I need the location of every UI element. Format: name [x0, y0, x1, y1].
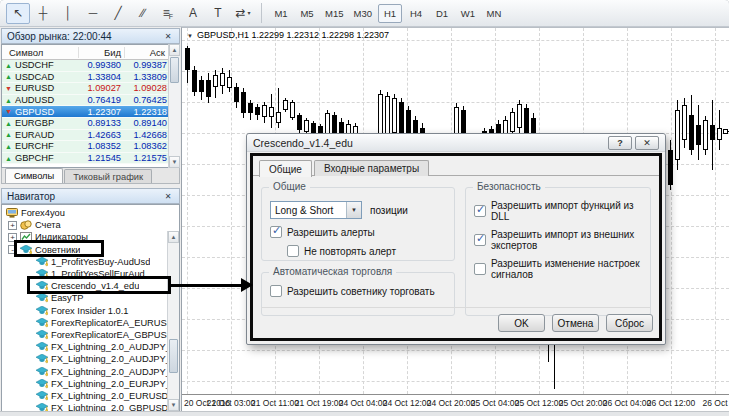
timeframe-m15-button[interactable]: M15 [321, 4, 347, 23]
scroll-down-icon[interactable] [169, 156, 180, 168]
tool-trendline-icon[interactable]: ╱ [106, 3, 130, 24]
candle-body [269, 107, 274, 117]
scrollbar-thumb[interactable] [169, 339, 178, 373]
candle-body [199, 80, 204, 92]
fibo-sub-label: F [169, 13, 173, 20]
tree-item-forexreplicatorea-gbpusd[interactable]: ForexReplicatorEA_GBPUSD [2, 329, 179, 341]
tab-tick-chart[interactable]: Тиковый график [64, 169, 152, 183]
scroll-up-icon[interactable] [168, 231, 179, 243]
candle-body [234, 87, 239, 102]
market-row-eurchf[interactable]: ▲EURCHF1.083521.08362 [2, 141, 179, 153]
reset-button[interactable]: Сброс [606, 314, 653, 332]
market-row-gbpchf[interactable]: ▲GBPCHF1.215451.21575 [2, 153, 179, 165]
tool-horizontal-line-icon[interactable]: ─ [81, 3, 105, 24]
tree-item-1-profityesbuy-audusd[interactable]: 1_ProfitYesBuy-AudUsd [2, 256, 179, 268]
chevron-down-icon: ▾ [248, 10, 251, 16]
bid-cell: 1.21545 [78, 153, 124, 163]
ask-cell: 1.08362 [124, 141, 170, 151]
checkbox-row: Разрешить алерты [270, 226, 446, 238]
group-auto-checks: Разрешить советнику торговать [270, 285, 446, 297]
dialog-tab-common[interactable]: Общие [259, 160, 312, 177]
checkbox-unchecked[interactable] [287, 245, 299, 257]
market-row-eurgbp[interactable]: ▲EURGBP0.891330.89140 [2, 118, 179, 130]
market-row-eurusd[interactable]: ▼EURUSD1.090271.09028 [2, 83, 179, 95]
tree-item-fx-lightning-2-0-eurjpy-m15-v[interactable]: FX_Lightning_2.0_EURJPY_M15_V [2, 378, 179, 390]
column-ask[interactable]: Аск [124, 47, 168, 58]
checkbox-checked[interactable] [270, 226, 282, 238]
help-icon[interactable] [608, 136, 632, 150]
close-icon[interactable] [635, 136, 659, 150]
market-watch-scrollbar[interactable] [168, 44, 180, 168]
market-row-euraud[interactable]: ▲EURAUD1.426631.42668 [2, 130, 179, 142]
candle-body [311, 123, 316, 133]
tool-arrow-tools-icon[interactable]: ⇄▾ [231, 3, 255, 24]
tool-fibonacci-icon[interactable]: ≡F [156, 3, 180, 24]
tool-cursor-icon[interactable]: ↖ [6, 3, 30, 24]
timeframe-h4-button[interactable]: H4 [404, 4, 428, 23]
positions-dropdown[interactable]: Long & Short [270, 201, 362, 219]
dialog-tab-inputs[interactable]: Входные параметры [314, 160, 429, 176]
chart-dropdown-icon[interactable] [187, 30, 193, 40]
market-watch-title: Обзор рынка: 22:00:44 [7, 31, 112, 42]
expert-settings-dialog: Crescendo_v1.4_edu ОбщиеВходные параметр… [246, 133, 666, 345]
cancel-button[interactable]: Отмена [552, 314, 599, 332]
tree-item-fx-lightning-2-0-audjpy-h1-v[interactable]: FX_Lightning_2.0_AUDJPY_H1_V [2, 341, 179, 353]
timeframe-d1-button[interactable]: D1 [430, 4, 454, 23]
tree-item-label: Forex Insider 1.0.1 [51, 306, 129, 316]
market-row-audusd[interactable]: ▲AUDUSD0.764190.76425 [2, 95, 179, 107]
tool-text-label-icon[interactable]: T [206, 3, 230, 24]
expand-plus-icon[interactable]: + [8, 221, 17, 230]
close-icon[interactable] [162, 30, 174, 42]
navigator-scrollbar[interactable] [167, 231, 179, 411]
checkbox-checked[interactable] [474, 234, 486, 246]
market-watch-rows: ▲USDCHF0.993800.99387▲USDCAD1.338041.338… [2, 60, 179, 164]
annotation-arrow-line [171, 284, 241, 287]
timeframe-m1-button[interactable]: M1 [269, 4, 293, 23]
tree-item-fx-lightning-2-0-eurusd-h1-v[interactable]: FX_Lightning_2.0_EURUSD_H1_V [2, 390, 179, 402]
tree-item-forex-insider-1-0-1[interactable]: Forex Insider 1.0.1 [2, 305, 179, 317]
dialog-titlebar[interactable]: Crescendo_v1.4_edu [247, 134, 665, 152]
timeframe-m5-button[interactable]: M5 [295, 4, 319, 23]
tool-text-icon[interactable]: A [181, 3, 205, 24]
checkbox-row: Разрешить импорт функций из DLL [474, 200, 642, 222]
candle-body [668, 150, 673, 185]
up-arrow-icon: ▲ [5, 97, 12, 104]
tool-crosshair-icon[interactable]: ┼ [31, 3, 55, 24]
tree-item-easytp[interactable]: EasyTP [2, 292, 179, 304]
tool-equidistant-channel-icon[interactable]: ∕∕ [131, 3, 155, 24]
scroll-up-icon[interactable] [169, 44, 180, 56]
scroll-down-icon[interactable] [168, 399, 179, 411]
tree-item-label: Forex4you [21, 208, 65, 218]
checkbox-checked[interactable] [474, 205, 486, 217]
bid-cell: 1.33804 [78, 72, 124, 82]
tool-vertical-line-icon[interactable]: │ [56, 3, 80, 24]
candle-body [392, 98, 397, 133]
tab-symbols[interactable]: Символы [5, 168, 63, 183]
timeframe-m30-button[interactable]: M30 [349, 4, 375, 23]
candle-body [255, 107, 260, 115]
timeframe-mn-button[interactable]: MN [482, 4, 506, 23]
ask-cell: 1.09028 [124, 83, 170, 93]
symbol-label: USDCAD [15, 72, 54, 82]
column-symbol[interactable]: Символ [2, 47, 78, 58]
tree-item-fx-lightning-2-0-audjpy-m15-[interactable]: FX_Lightning_2.0_AUDJPY_M15_ [2, 365, 179, 377]
timeframe-h1-button[interactable]: H1 [378, 4, 402, 23]
close-icon[interactable] [162, 190, 174, 202]
candle-body [524, 108, 529, 134]
market-row-usdchf[interactable]: ▲USDCHF0.993800.99387 [2, 60, 179, 72]
scrollbar-thumb[interactable] [170, 57, 179, 83]
dialog-title: Crescendo_v1.4_edu [253, 137, 353, 149]
market-row-gbpusd[interactable]: ▼GBPUSD1.223071.22318 [2, 106, 179, 118]
column-bid[interactable]: Бид [78, 47, 124, 58]
checkbox-unchecked[interactable] [474, 263, 486, 275]
timeframe-w1-button[interactable]: W1 [456, 4, 480, 23]
tree-item-forexreplicatorea-eurusd[interactable]: ForexReplicatorEA_EURUSD [2, 317, 179, 329]
tree-item-forex4you[interactable]: Forex4you [2, 207, 179, 219]
checkbox-unchecked[interactable] [270, 285, 282, 297]
dropdown-arrow-icon[interactable] [346, 202, 361, 218]
ok-button[interactable]: OK [498, 314, 545, 332]
tree-item-fx-lightning-2-0-audjpy-m15-[interactable]: FX_Lightning_2.0_AUDJPY_M15_ [2, 353, 179, 365]
tree-item-счета[interactable]: +Счета [2, 219, 179, 231]
ask-cell: 0.89140 [124, 118, 170, 128]
market-row-usdcad[interactable]: ▲USDCAD1.338041.33809 [2, 72, 179, 84]
